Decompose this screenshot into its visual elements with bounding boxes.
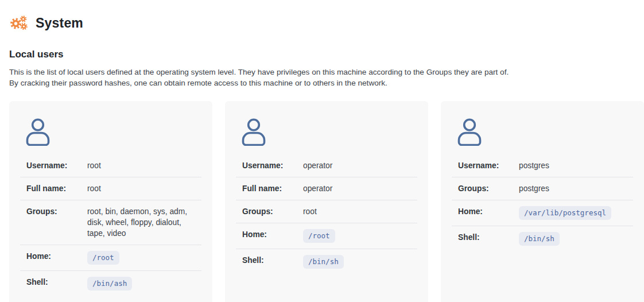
- field-value: operator: [303, 160, 411, 171]
- field-label: Home:: [242, 229, 303, 240]
- field-label: Groups:: [26, 206, 87, 217]
- user-field-row: Groups:postgres: [452, 177, 633, 200]
- field-value: postgres: [519, 160, 627, 171]
- field-label: Username:: [242, 160, 303, 171]
- field-value: /root: [303, 229, 411, 243]
- user-field-row: Shell:/bin/sh: [452, 226, 633, 251]
- field-label: Full name:: [242, 183, 303, 194]
- user-fields: Username:rootFull name:rootGroups:root, …: [20, 154, 201, 296]
- description-line-2: By cracking their password hashes, one c…: [9, 78, 644, 88]
- field-value: operator: [303, 183, 411, 194]
- user-field-row: Groups:root: [236, 200, 417, 223]
- user-field-row: Home:/var/lib/postgresql: [452, 200, 633, 226]
- user-fields: Username:postgresGroups:postgresHome:/va…: [452, 154, 633, 251]
- field-label: Shell:: [458, 232, 519, 243]
- user-field-row: Shell:/bin/ash: [20, 271, 201, 296]
- field-label: Shell:: [26, 277, 87, 288]
- field-value-code: /bin/sh: [303, 255, 344, 269]
- field-value-code: /bin/ash: [87, 277, 132, 291]
- system-page: System Local users This is the list of l…: [0, 0, 644, 302]
- user-field-row: Shell:/bin/sh: [236, 249, 417, 274]
- field-value-code: /root: [87, 251, 119, 265]
- user-field-row: Username:postgres: [452, 154, 633, 177]
- field-label: Home:: [458, 206, 519, 217]
- section-heading: Local users: [9, 49, 644, 60]
- user-fields: Username:operatorFull name:operatorGroup…: [236, 154, 417, 274]
- field-value: postgres: [519, 183, 627, 194]
- user-field-row: Username:root: [20, 154, 201, 177]
- field-value: root: [87, 183, 195, 194]
- section-description: This is the list of local users defined …: [9, 67, 644, 88]
- field-value: /bin/sh: [519, 232, 627, 246]
- user-field-row: Groups:root, bin, daemon, sys, adm, disk…: [20, 200, 201, 245]
- field-label: Username:: [26, 160, 87, 171]
- field-label: Full name:: [26, 183, 87, 194]
- user-card: Username:postgresGroups:postgresHome:/va…: [441, 101, 644, 302]
- user-field-row: Username:operator: [236, 154, 417, 177]
- field-value: root: [87, 160, 195, 171]
- field-value-code: /var/lib/postgresql: [519, 206, 611, 220]
- field-label: Home:: [26, 251, 87, 262]
- user-field-row: Full name:operator: [236, 177, 417, 200]
- field-value-code: /root: [303, 229, 335, 243]
- field-value: root: [303, 206, 411, 217]
- user-cards: Username:rootFull name:rootGroups:root, …: [9, 101, 644, 302]
- field-value: /bin/sh: [303, 255, 411, 269]
- user-card: Username:operatorFull name:operatorGroup…: [225, 101, 428, 302]
- field-label: Groups:: [458, 183, 519, 194]
- user-field-row: Full name:root: [20, 177, 201, 200]
- user-field-row: Home:/root: [236, 223, 417, 249]
- field-label: Groups:: [242, 206, 303, 217]
- page-title: System: [36, 16, 83, 31]
- description-line-1: This is the list of local users defined …: [9, 67, 644, 78]
- user-field-row: Home:/root: [20, 245, 201, 271]
- field-value: /var/lib/postgresql: [519, 206, 627, 220]
- field-value: /bin/ash: [87, 277, 195, 291]
- page-header: System: [9, 14, 644, 32]
- field-value: root, bin, daemon, sys, adm, disk, wheel…: [87, 206, 195, 239]
- field-label: Shell:: [242, 255, 303, 266]
- field-value: /root: [87, 251, 195, 265]
- field-value-code: /bin/sh: [519, 232, 560, 246]
- user-card: Username:rootFull name:rootGroups:root, …: [9, 101, 212, 302]
- gears-icon: [9, 14, 28, 32]
- user-icon: [457, 118, 482, 146]
- user-icon: [241, 118, 266, 146]
- user-icon: [25, 118, 51, 146]
- field-label: Username:: [458, 160, 519, 171]
